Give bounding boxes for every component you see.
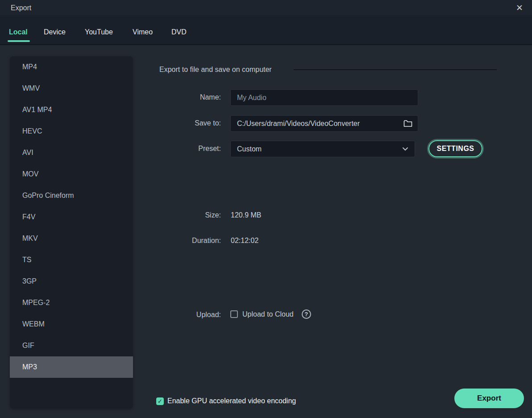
window-title: Export [11,0,31,16]
upload-cloud-checkbox[interactable] [230,310,238,318]
main-panel: Export to file and save on computer Name… [133,45,532,418]
save-to-input-value: C:/Users/drami/Videos/VideoConverter [237,120,403,128]
export-button[interactable]: Export [454,389,524,408]
gpu-encoding-checkbox[interactable]: ✓ [156,397,164,405]
upload-row: Upload to Cloud ? [230,309,311,319]
format-item-3gp[interactable]: 3GP [10,271,133,292]
format-item-mpeg-2[interactable]: MPEG-2 [10,292,133,314]
format-list: MP4 WMV AV1 MP4 HEVC AVI MOV GoPro Cinef… [10,56,133,409]
settings-button[interactable]: SETTINGS [428,140,482,157]
format-item-ts[interactable]: TS [10,249,133,271]
format-item-avi[interactable]: AVI [10,142,133,163]
format-item-gif[interactable]: GIF [10,335,133,356]
name-input-value: My Audio [237,94,411,102]
preset-select[interactable]: Custom [230,141,415,157]
gpu-encoding-row: ✓ Enable GPU accelerated video encoding [156,397,296,405]
save-to-input[interactable]: C:/Users/drami/Videos/VideoConverter [230,115,418,132]
format-item-mkv[interactable]: MKV [10,228,133,249]
size-label: Size: [150,211,221,219]
format-item-av1-mp4[interactable]: AV1 MP4 [10,99,133,121]
tab-youtube[interactable]: YouTube [85,16,113,44]
tab-vimeo[interactable]: Vimeo [133,16,153,44]
folder-icon[interactable] [403,118,413,129]
export-dialog: Export ✕ Local Device YouTube Vimeo DVD … [0,0,532,418]
format-item-webm[interactable]: WEBM [10,314,133,335]
heading-rule [294,69,497,70]
duration-value: 02:12:02 [231,237,258,245]
format-item-gopro-cineform[interactable]: GoPro Cineform [10,185,133,206]
format-item-f4v[interactable]: F4V [10,206,133,228]
save-to-label: Save to: [150,119,221,127]
format-item-wmv[interactable]: WMV [10,78,133,99]
gpu-encoding-checkbox-label: Enable GPU accelerated video encoding [167,397,296,405]
duration-label: Duration: [150,237,221,245]
format-item-mov[interactable]: MOV [10,163,133,185]
chevron-down-icon [402,147,408,151]
upload-cloud-checkbox-label: Upload to Cloud [242,310,294,318]
format-item-hevc[interactable]: HEVC [10,121,133,142]
titlebar: Export ✕ [0,0,532,16]
check-icon: ✓ [158,398,162,405]
tabbar: Local Device YouTube Vimeo DVD [0,16,532,45]
close-icon[interactable]: ✕ [512,0,527,16]
tab-device[interactable]: Device [44,16,66,44]
format-item-mp4[interactable]: MP4 [10,56,133,78]
preset-label: Preset: [150,145,221,153]
format-item-mp3[interactable]: MP3 [10,356,133,378]
tab-dvd[interactable]: DVD [171,16,187,44]
section-heading: Export to file and save on computer [159,66,272,74]
name-label: Name: [150,93,221,101]
size-value: 120.9 MB [231,211,261,219]
preset-select-value: Custom [237,145,402,153]
name-input[interactable]: My Audio [230,89,418,106]
active-tab-underline [8,40,30,42]
help-icon[interactable]: ? [302,309,311,319]
upload-label: Upload: [150,311,221,319]
